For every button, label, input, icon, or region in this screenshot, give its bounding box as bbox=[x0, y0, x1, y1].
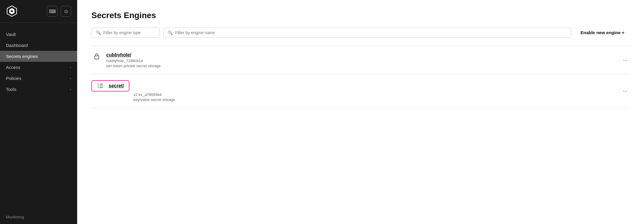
engine-info-secret: v2 kv_a78093b4 key/value secret storage bbox=[134, 80, 621, 102]
sidebar-item-label: Tools bbox=[6, 87, 16, 92]
sidebar-item-tools[interactable]: Tools › bbox=[0, 84, 77, 95]
filter-name-container: 🔍 bbox=[163, 28, 572, 38]
filter-type-container: 🔍 bbox=[91, 28, 160, 38]
sidebar-item-label: Secrets engines bbox=[6, 54, 38, 59]
engine-more-secret[interactable]: ··· bbox=[621, 87, 630, 95]
sidebar-item-access[interactable]: Access › bbox=[0, 62, 77, 73]
page-title: Secrets Engines bbox=[91, 11, 630, 20]
engine-info-cubbyhole: cubbyhole/ cubbyhole_7188cb1d per-token … bbox=[106, 52, 621, 68]
chevron-right-icon: › bbox=[70, 65, 71, 70]
filter-bar: 🔍 🔍 Enable new engine + bbox=[91, 27, 630, 38]
sidebar-monitoring-label: Monitoring bbox=[0, 210, 77, 224]
sidebar-item-vault[interactable]: Vault bbox=[0, 29, 77, 40]
sidebar: ⌨ ⊙ Vault Dashboard Secrets engines Acce… bbox=[0, 0, 77, 224]
svg-rect-3 bbox=[95, 56, 99, 59]
engine-list: cubbyhole/ cubbyhole_7188cb1d per-token … bbox=[91, 46, 630, 108]
sidebar-header: ⌨ ⊙ bbox=[0, 0, 77, 23]
engine-more-cubbyhole[interactable]: ··· bbox=[621, 56, 630, 64]
user-icon: ⊙ bbox=[64, 9, 68, 14]
engine-desc-cubbyhole: per-token private secret storage bbox=[106, 64, 621, 68]
vault-logo bbox=[6, 5, 18, 17]
engine-item-secret: secret/ v2 kv_a78093b4 key/value secret … bbox=[91, 74, 630, 108]
main-content: Secrets Engines 🔍 🔍 Enable new engine + … bbox=[77, 0, 644, 224]
engine-item-cubbyhole: cubbyhole/ cubbyhole_7188cb1d per-token … bbox=[91, 46, 630, 74]
lock-icon bbox=[91, 53, 102, 59]
engine-id-secret: v2 kv_a78093b4 bbox=[134, 92, 621, 97]
chevron-right-icon: › bbox=[70, 76, 71, 81]
highlighted-box: secret/ bbox=[91, 80, 129, 92]
filter-name-input[interactable] bbox=[175, 30, 567, 35]
sidebar-item-label: Dashboard bbox=[6, 43, 28, 48]
terminal-icon: ⌨ bbox=[49, 9, 56, 14]
sidebar-item-label: Access bbox=[6, 65, 20, 70]
enable-new-engine-button[interactable]: Enable new engine + bbox=[575, 27, 630, 38]
engine-name-cubbyhole[interactable]: cubbyhole/ bbox=[106, 52, 621, 58]
search-icon: 🔍 bbox=[96, 30, 101, 35]
sidebar-item-secrets-engines[interactable]: Secrets engines bbox=[0, 51, 77, 62]
engine-desc-secret: key/value secret storage bbox=[134, 97, 621, 102]
sidebar-icons: ⌨ ⊙ bbox=[47, 6, 71, 17]
sidebar-item-policies[interactable]: Policies › bbox=[0, 73, 77, 84]
chevron-right-icon: › bbox=[70, 87, 71, 92]
sidebar-nav: Vault Dashboard Secrets engines Access ›… bbox=[0, 23, 77, 210]
list-icon bbox=[95, 83, 106, 89]
user-button[interactable]: ⊙ bbox=[61, 6, 71, 17]
sidebar-item-label: Vault bbox=[6, 32, 16, 37]
sidebar-item-label: Policies bbox=[6, 76, 21, 81]
search-icon: 🔍 bbox=[168, 30, 173, 35]
engine-name-secret[interactable]: secret/ bbox=[109, 83, 124, 89]
sidebar-item-dashboard[interactable]: Dashboard bbox=[0, 40, 77, 51]
terminal-button[interactable]: ⌨ bbox=[47, 6, 58, 17]
engine-id-cubbyhole: cubbyhole_7188cb1d bbox=[106, 59, 621, 63]
filter-type-input[interactable] bbox=[103, 30, 155, 35]
